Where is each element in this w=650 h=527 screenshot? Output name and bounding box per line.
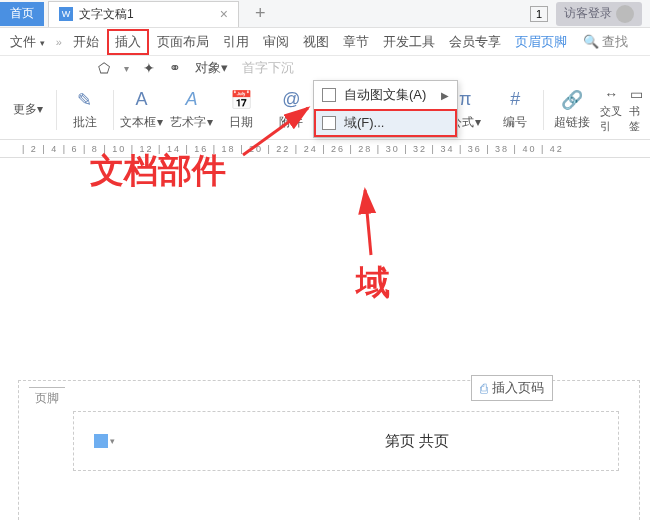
more-button[interactable]: 更多▾ — [6, 85, 50, 135]
icons-icon[interactable]: ✦ — [143, 60, 155, 76]
insert-pagenum-button[interactable]: ⎙ 插入页码 — [471, 375, 553, 401]
autotext-icon — [322, 88, 336, 102]
relation-icon[interactable]: ⚭ — [169, 60, 181, 76]
menu-headerfooter[interactable]: 页眉页脚 — [509, 31, 573, 53]
date-label: 日期 — [229, 114, 253, 131]
menu-chapter[interactable]: 章节 — [337, 31, 375, 53]
separator — [113, 90, 114, 130]
menu-devtools[interactable]: 开发工具 — [377, 31, 441, 53]
hyperlink-label: 超链接 — [554, 114, 590, 131]
footer-label: 页脚 — [29, 387, 65, 409]
ribbon-top: ⬠ ▾ ✦ ⚭ 对象▾ 首字下沉 — [0, 56, 650, 80]
date-icon: 📅 — [230, 89, 252, 111]
bookmark-label: 书签 — [629, 104, 644, 134]
number-label: 编号 — [503, 114, 527, 131]
dropdown-field[interactable]: 域(F)... — [314, 109, 457, 137]
home-tab[interactable]: 首页 — [0, 2, 44, 26]
menu-member[interactable]: 会员专享 — [443, 31, 507, 53]
autotext-label: 自动图文集(A) — [344, 86, 426, 104]
crossref-button[interactable]: ↔ 交叉引 — [600, 86, 623, 134]
dropcap-button: 首字下沉 — [242, 59, 294, 77]
doc-parts-dropdown: 自动图文集(A) ▶ 域(F)... — [313, 80, 458, 138]
textbox-icon: A — [130, 89, 152, 111]
search-icon: 🔍 — [583, 34, 599, 49]
search-box[interactable]: 🔍 查找 — [583, 33, 628, 51]
doc-mini-icon — [94, 434, 108, 448]
dropdown-autotext[interactable]: 自动图文集(A) ▶ — [314, 81, 457, 109]
chevron-icon: » — [53, 36, 65, 48]
menubar: 文件 ▾ » 开始 插入 页面布局 引用 审阅 视图 章节 开发工具 会员专享 … — [0, 28, 650, 56]
shape-icon[interactable]: ⬠ — [98, 60, 110, 76]
close-tab-icon[interactable]: × — [220, 6, 228, 22]
textbox-button[interactable]: A 文本框▾ — [119, 85, 163, 135]
arrow-icon — [353, 185, 383, 260]
titlebar: 首页 W 文字文稿1 × + 1 访客登录 — [0, 0, 650, 28]
menu-review[interactable]: 审阅 — [257, 31, 295, 53]
avatar-icon — [616, 5, 634, 23]
document-tab[interactable]: W 文字文稿1 × — [48, 1, 239, 27]
new-tab-button[interactable]: + — [249, 3, 272, 24]
crossref-icon: ↔ — [604, 86, 618, 102]
menu-reference[interactable]: 引用 — [217, 31, 255, 53]
bookmark-icon: ▭ — [630, 86, 643, 102]
crossref-label: 交叉引 — [600, 104, 623, 134]
menu-insert[interactable]: 插入 — [107, 29, 149, 55]
footer-content[interactable]: ▾ 第页 共页 — [73, 411, 619, 471]
wordart-label: 艺术字▾ — [170, 114, 213, 131]
wordart-icon: A — [180, 89, 202, 111]
menu-layout[interactable]: 页面布局 — [151, 31, 215, 53]
guest-login-button[interactable]: 访客登录 — [556, 2, 642, 26]
hyperlink-button[interactable]: 🔗 超链接 — [550, 85, 594, 135]
doc-icon: W — [59, 7, 73, 21]
page-text: 第页 共页 — [385, 432, 449, 451]
page-indicator: 1 — [530, 6, 548, 22]
field-icon — [322, 116, 336, 130]
date-button[interactable]: 📅 日期 — [219, 85, 263, 135]
comment-icon: ✎ — [74, 89, 96, 111]
guest-login-label: 访客登录 — [564, 5, 612, 22]
search-label: 查找 — [602, 33, 628, 51]
attach-button[interactable]: @ 附件 — [269, 85, 313, 135]
separator — [56, 90, 57, 130]
number-button[interactable]: # 编号 — [493, 85, 537, 135]
page-area: 页脚 ⎙ 插入页码 ▾ 第页 共页 — [18, 380, 640, 520]
menu-file[interactable]: 文件 ▾ — [4, 31, 51, 53]
menu-start[interactable]: 开始 — [67, 31, 105, 53]
bookmark-button[interactable]: ▭ 书签 — [629, 86, 644, 134]
svg-line-1 — [365, 190, 371, 255]
menu-view[interactable]: 视图 — [297, 31, 335, 53]
attach-icon: @ — [280, 89, 302, 111]
wordart-button[interactable]: A 艺术字▾ — [169, 85, 213, 135]
attach-label: 附件 — [279, 114, 303, 131]
textbox-label: 文本框▾ — [120, 114, 163, 131]
separator — [543, 90, 544, 130]
submenu-arrow-icon: ▶ — [441, 90, 449, 101]
pagenum-icon: ⎙ — [480, 381, 488, 396]
doc-title: 文字文稿1 — [79, 6, 134, 23]
shape-caret[interactable]: ▾ — [124, 63, 129, 74]
number-icon: # — [504, 89, 526, 111]
annotation-doc-parts: 文档部件 — [90, 148, 226, 194]
insert-pagenum-label: 插入页码 — [492, 379, 544, 397]
comment-label: 批注 — [73, 114, 97, 131]
hyperlink-icon: 🔗 — [561, 89, 583, 111]
annotation-field: 域 — [356, 260, 390, 306]
field-label: 域(F)... — [344, 114, 384, 132]
more-label: 更多▾ — [13, 101, 43, 118]
comment-button[interactable]: ✎ 批注 — [63, 85, 107, 135]
object-button[interactable]: 对象▾ — [195, 59, 228, 77]
